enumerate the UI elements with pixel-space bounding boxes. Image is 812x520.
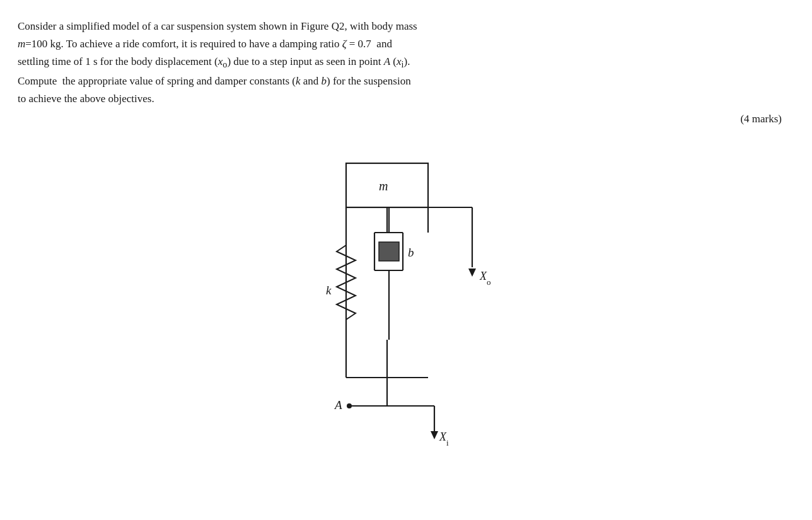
settling-text: settling time of 1 s for the body displa… <box>18 55 410 67</box>
marks-text: (4 marks) <box>740 113 782 125</box>
xo-arrow-head <box>468 269 476 277</box>
mass-text: m=100 kg. To achieve a ride comfort, it … <box>18 38 392 50</box>
diagram-container: m k b <box>18 144 788 447</box>
damper-label: b <box>408 246 414 259</box>
xo-label: Xo <box>479 270 491 287</box>
xi-arrow-head <box>431 431 438 439</box>
objectives-text: to achieve the above objectives. <box>18 93 154 105</box>
problem-paragraph: Consider a simplified model of a car sus… <box>18 18 787 108</box>
mass-label: m <box>379 179 388 193</box>
damper-piston <box>379 242 399 261</box>
marks-line: (4 marks) <box>18 113 788 125</box>
problem-text: Consider a simplified model of a car sus… <box>18 18 787 108</box>
xi-label: Xi <box>439 430 449 448</box>
spring-zigzag <box>337 245 356 320</box>
compute-text: Compute the appropriate value of spring … <box>18 75 411 87</box>
suspension-diagram: m k b <box>277 144 529 447</box>
spring-label: k <box>326 284 332 297</box>
point-A-label: A <box>334 398 342 412</box>
